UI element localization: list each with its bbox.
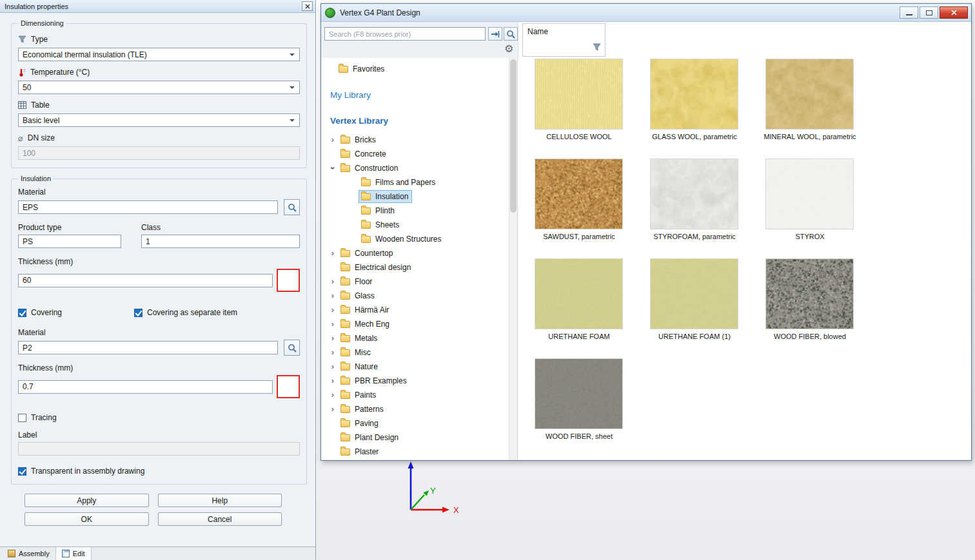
material-preview[interactable] — [765, 159, 854, 229]
tree-item-glass[interactable]: ›Glass — [321, 289, 509, 303]
class-field[interactable]: 1 — [141, 235, 300, 248]
tree-item-countertop[interactable]: ›Countertop — [321, 246, 509, 260]
tree-item-construction[interactable]: ›Construction — [321, 161, 509, 175]
folder-icon — [340, 434, 350, 441]
material-tile-wood-fiber-sheet[interactable]: WOOD FIBER, sheet — [535, 358, 623, 440]
tree-item-floor[interactable]: ›Floor — [321, 275, 509, 289]
window-titlebar[interactable]: Vertex G4 Plant Design — [321, 4, 971, 22]
material-tile-urethane-foam-1[interactable]: URETHANE FOAM (1) — [650, 258, 738, 340]
tree-item-mech-eng[interactable]: ›Mech Eng — [321, 317, 509, 331]
material-preview[interactable] — [765, 59, 854, 130]
vertex-library-link[interactable]: Vertex Library — [330, 113, 509, 128]
type-dropdown[interactable]: Economical thermal insulation (TLE) — [18, 48, 300, 61]
material-preview[interactable] — [765, 258, 854, 329]
tree-item-favorites[interactable]: Favorites — [321, 62, 509, 76]
chevron-collapsed-icon[interactable]: › — [328, 362, 338, 371]
tree-item-plinth[interactable]: Plinth — [321, 204, 509, 218]
chevron-collapsed-icon[interactable]: › — [328, 376, 338, 385]
tree-item-bricks[interactable]: ›Bricks — [321, 133, 509, 147]
material-preview[interactable] — [535, 258, 623, 329]
dialog-titlebar[interactable]: Insulation properties — [0, 0, 315, 13]
material-preview[interactable] — [535, 59, 623, 130]
tracing-checkbox[interactable] — [18, 414, 26, 422]
tree-item-sheets[interactable]: Sheets — [321, 218, 509, 232]
material-preview[interactable] — [650, 258, 738, 329]
tree-item-content: Nature — [338, 360, 382, 373]
tree-item-paving[interactable]: Paving — [321, 416, 509, 430]
my-library-link[interactable]: My Library — [330, 86, 509, 103]
chevron-collapsed-icon[interactable]: › — [328, 405, 338, 414]
tree-item-nature[interactable]: ›Nature — [321, 360, 509, 374]
covering-material-field[interactable]: P2 — [18, 341, 278, 354]
material-tile-styrofoam-parametric[interactable]: STYROFOAM, parametric — [650, 159, 738, 240]
minimize-button[interactable] — [900, 6, 918, 19]
material-preview[interactable] — [535, 159, 623, 229]
transparent-checkbox[interactable] — [18, 467, 26, 476]
chevron-collapsed-icon[interactable]: › — [328, 305, 338, 314]
help-button[interactable]: Help — [158, 494, 282, 507]
window-close-button[interactable] — [940, 6, 968, 19]
material-tile-mineral-wool-parametric[interactable]: MINERAL WOOL, parametric — [765, 59, 854, 140]
material-preview[interactable] — [535, 358, 623, 429]
covering-color-swatch[interactable] — [277, 375, 300, 398]
chevron-collapsed-icon[interactable]: › — [328, 391, 338, 400]
material-preview[interactable] — [650, 59, 738, 130]
thickness-field[interactable]: 60 — [18, 274, 273, 287]
tree-item-insulation[interactable]: Insulation — [321, 189, 509, 204]
tab-edit[interactable]: Edit — [56, 547, 92, 560]
chevron-expanded-icon[interactable]: › — [328, 163, 337, 173]
tree-item-patterns[interactable]: ›Patterns — [321, 402, 509, 416]
material-tile-wood-fiber-blowed[interactable]: WOOD FIBER, blowed — [765, 258, 854, 340]
tree-item-films-and-papers[interactable]: Films and Papers — [321, 175, 509, 189]
insulation-color-swatch[interactable] — [277, 269, 300, 292]
tree-item-plant-design[interactable]: Plant Design — [321, 430, 509, 445]
apply-button[interactable]: Apply — [25, 494, 149, 507]
product-type-field[interactable]: PS — [18, 235, 121, 248]
dialog-close-button[interactable] — [302, 1, 313, 11]
tree-item-concrete[interactable]: Concrete — [321, 147, 509, 161]
material-tile-glass-wool-parametric[interactable]: GLASS WOOL, parametric — [650, 59, 738, 140]
material-search-button[interactable] — [284, 199, 300, 215]
maximize-button[interactable] — [920, 6, 938, 19]
tree-item-wooden-structures[interactable]: Wooden Structures — [321, 232, 509, 246]
chevron-collapsed-icon[interactable]: › — [328, 348, 338, 357]
covering-label: Covering — [31, 308, 62, 317]
tree-item-plaster[interactable]: Plaster — [321, 445, 509, 459]
tree-item-misc[interactable]: ›Misc — [321, 345, 509, 360]
cancel-button[interactable]: Cancel — [158, 512, 282, 526]
chevron-collapsed-icon[interactable]: › — [328, 291, 338, 300]
name-column-header[interactable]: Name — [522, 23, 606, 57]
chevron-collapsed-icon[interactable]: › — [328, 334, 338, 343]
temperature-dropdown[interactable]: 50 — [18, 81, 300, 94]
table-dropdown[interactable]: Basic level — [18, 113, 300, 127]
ok-button[interactable]: OK — [25, 512, 149, 526]
material-tile-styrox[interactable]: STYROX — [765, 159, 854, 240]
scrollbar-thumb[interactable] — [510, 59, 517, 213]
tree-item-pbr-examples[interactable]: ›PBR Examples — [321, 374, 509, 388]
covering-checkbox[interactable] — [18, 309, 26, 317]
material-tile-sawdust-parametric[interactable]: SAWDUST, parametric — [535, 159, 623, 240]
chevron-collapsed-icon[interactable]: › — [328, 135, 338, 144]
covering-thickness-field[interactable]: 0.7 — [18, 380, 273, 394]
tab-assembly[interactable]: Assembly — [2, 547, 56, 560]
material-tile-urethane-foam[interactable]: URETHANE FOAM — [535, 258, 623, 340]
covering-separate-checkbox[interactable] — [134, 309, 143, 317]
material-preview[interactable] — [650, 159, 738, 229]
search-button[interactable] — [504, 27, 518, 41]
go-button[interactable] — [488, 27, 502, 41]
tree-item-electrical-design[interactable]: Electrical design — [321, 260, 509, 275]
tree-item-paints[interactable]: ›Paints — [321, 388, 509, 402]
filter-funnel-icon[interactable] — [593, 43, 601, 53]
chevron-collapsed-icon[interactable]: › — [328, 320, 338, 329]
material-tile-cellulose-wool[interactable]: CELLULOSE WOOL — [535, 59, 623, 140]
search-input[interactable] — [324, 27, 486, 41]
tree-item-metals[interactable]: ›Metals — [321, 331, 509, 345]
chevron-collapsed-icon[interactable]: › — [328, 249, 338, 258]
material-field[interactable]: EPS — [18, 200, 278, 214]
tree-scrollbar[interactable] — [509, 58, 518, 460]
settings-gear-icon[interactable]: ⚙ — [504, 43, 513, 55]
chevron-collapsed-icon[interactable]: › — [328, 277, 338, 286]
folder-icon — [340, 363, 350, 371]
covering-material-search-button[interactable] — [284, 340, 300, 356]
tree-item-h-rm-air[interactable]: ›Härmä Air — [321, 303, 509, 317]
